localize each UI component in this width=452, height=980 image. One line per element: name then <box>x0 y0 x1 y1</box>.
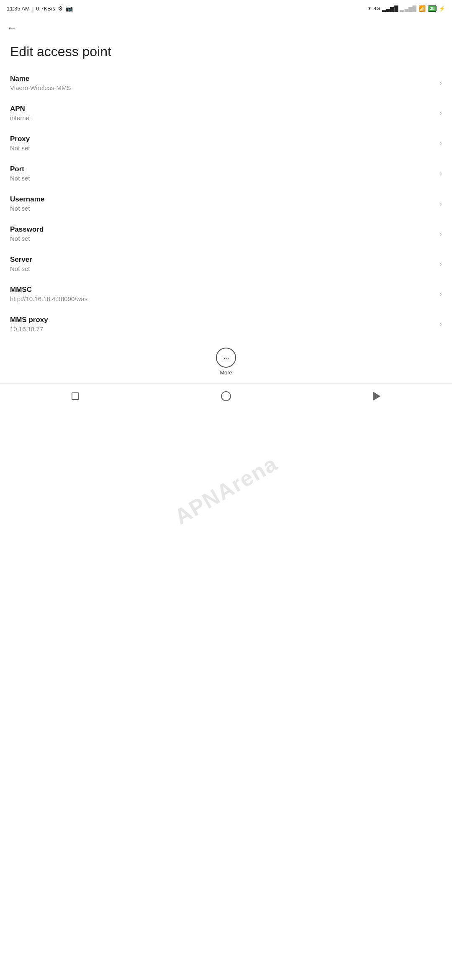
settings-item-value: internet <box>10 114 436 121</box>
chevron-right-icon: › <box>439 230 442 238</box>
more-button[interactable]: ··· <box>216 348 236 368</box>
back-button[interactable]: ← <box>7 20 20 35</box>
settings-item-port[interactable]: PortNot set› <box>0 158 452 188</box>
nav-circle-icon <box>221 391 231 401</box>
settings-item-mms-proxy[interactable]: MMS proxy10.16.18.77› <box>0 309 452 339</box>
settings-item-content: ProxyNot set <box>10 135 436 152</box>
time: 11:35 AM <box>7 5 30 12</box>
nav-recent-button[interactable] <box>68 389 83 404</box>
settings-item-label: Port <box>10 165 436 173</box>
settings-icon: ⚙ <box>58 5 63 12</box>
signal-4g-icon: 4G <box>374 6 380 11</box>
chevron-right-icon: › <box>439 169 442 178</box>
wifi-icon: 📶 <box>419 5 426 12</box>
more-button-container: ··· More <box>0 339 452 380</box>
nav-bar <box>0 383 452 412</box>
settings-item-content: MMS proxy10.16.18.77 <box>10 316 436 333</box>
nav-back-button[interactable] <box>369 389 384 404</box>
status-left: 11:35 AM | 0.7KB/s ⚙ 📷 <box>7 5 73 12</box>
settings-item-content: NameViaero-Wireless-MMS <box>10 75 436 91</box>
settings-item-value: Viaero-Wireless-MMS <box>10 84 436 91</box>
charging-icon: ⚡ <box>439 5 445 12</box>
settings-item-label: Proxy <box>10 135 436 143</box>
signal-bars2-icon: ▂▄▆█ <box>400 5 416 12</box>
settings-item-content: MMSChttp://10.16.18.4:38090/was <box>10 286 436 302</box>
chevron-right-icon: › <box>439 260 442 268</box>
status-bar: 11:35 AM | 0.7KB/s ⚙ 📷 ∗ 4G ▂▄▆█ ▂▄▆█ 📶 … <box>0 0 452 15</box>
network-speed: 0.7KB/s <box>36 5 55 12</box>
settings-item-label: Username <box>10 195 436 204</box>
settings-item-content: ServerNot set <box>10 255 436 272</box>
settings-item-content: PasswordNot set <box>10 225 436 242</box>
separator: | <box>32 5 33 12</box>
settings-item-content: UsernameNot set <box>10 195 436 212</box>
chevron-right-icon: › <box>439 79 442 88</box>
chevron-right-icon: › <box>439 290 442 299</box>
nav-triangle-icon <box>373 392 380 401</box>
settings-item-value: http://10.16.18.4:38090/was <box>10 295 436 302</box>
toolbar: ← <box>0 15 452 40</box>
settings-item-value: Not set <box>10 144 436 152</box>
nav-home-button[interactable] <box>218 389 234 404</box>
settings-item-label: APN <box>10 105 436 113</box>
settings-item-value: Not set <box>10 175 436 182</box>
settings-item-password[interactable]: PasswordNot set› <box>0 219 452 249</box>
page-title: Edit access point <box>0 40 452 68</box>
settings-item-proxy[interactable]: ProxyNot set› <box>0 128 452 158</box>
settings-item-apn[interactable]: APNinternet› <box>0 98 452 128</box>
settings-item-server[interactable]: ServerNot set› <box>0 249 452 279</box>
settings-item-value: Not set <box>10 205 436 212</box>
chevron-right-icon: › <box>439 320 442 329</box>
settings-item-mmsc[interactable]: MMSChttp://10.16.18.4:38090/was› <box>0 279 452 309</box>
settings-item-username[interactable]: UsernameNot set› <box>0 188 452 219</box>
settings-item-name[interactable]: NameViaero-Wireless-MMS› <box>0 68 452 98</box>
signal-bars-icon: ▂▄▆█ <box>382 5 398 12</box>
settings-item-content: APNinternet <box>10 105 436 121</box>
chevron-right-icon: › <box>439 139 442 148</box>
camera-icon: 📷 <box>66 5 73 12</box>
chevron-right-icon: › <box>439 109 442 118</box>
more-label: More <box>220 369 232 376</box>
settings-item-label: Server <box>10 255 436 264</box>
settings-item-value: Not set <box>10 265 436 272</box>
settings-item-label: MMS proxy <box>10 316 436 324</box>
settings-item-label: Name <box>10 75 436 83</box>
settings-item-label: Password <box>10 225 436 234</box>
settings-item-content: PortNot set <box>10 165 436 182</box>
status-right: ∗ 4G ▂▄▆█ ▂▄▆█ 📶 38 ⚡ <box>367 5 445 12</box>
settings-list: NameViaero-Wireless-MMS›APNinternet›Prox… <box>0 68 452 339</box>
settings-item-label: MMSC <box>10 286 436 294</box>
bluetooth-icon: ∗ <box>367 5 372 11</box>
battery-indicator: 38 <box>428 5 437 12</box>
chevron-right-icon: › <box>439 199 442 208</box>
settings-item-value: Not set <box>10 235 436 242</box>
settings-item-value: 10.16.18.77 <box>10 325 436 333</box>
nav-square-icon <box>72 392 79 400</box>
